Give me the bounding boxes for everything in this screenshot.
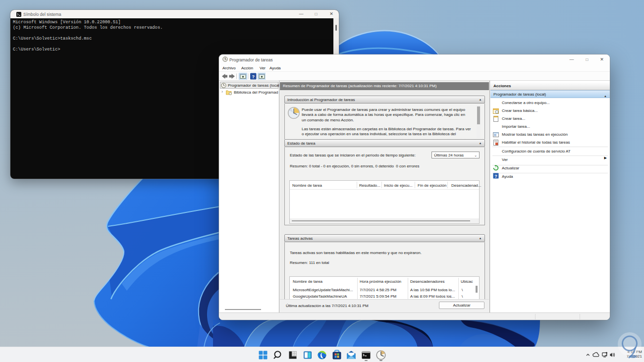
svg-text:?: ? (494, 174, 497, 179)
svg-text:?: ? (252, 74, 255, 79)
